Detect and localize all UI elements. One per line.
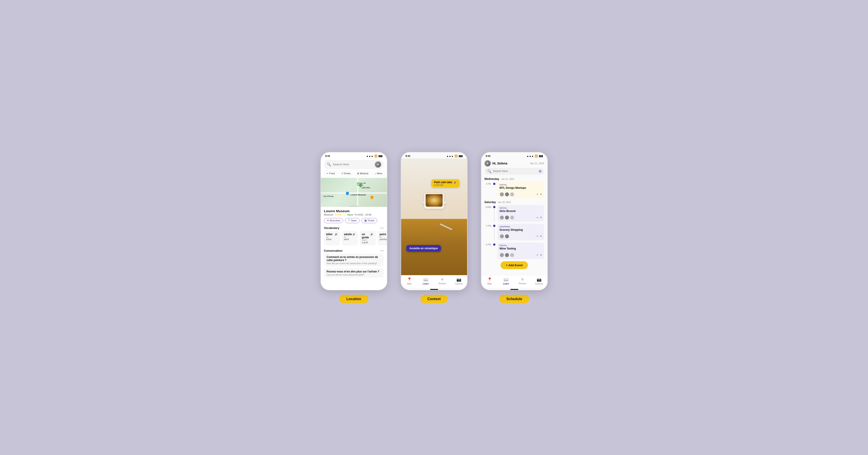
nav-learn-label-sched: Learn	[503, 283, 509, 285]
event-add-btn-grocery[interactable]: +	[536, 234, 538, 238]
place-type: Museum	[324, 213, 333, 216]
event-list-btn-wine[interactable]: ≡	[540, 253, 542, 257]
event-tag-mtl: Social	[500, 183, 542, 186]
nav-map-label: Map	[407, 283, 411, 285]
place-open: Open	[347, 213, 353, 216]
nav-review-schedule[interactable]: ≡ Review	[514, 277, 531, 285]
schedule-label[interactable]: Schedule	[499, 295, 529, 303]
event-add-btn-mtl[interactable]: +	[536, 192, 538, 196]
category-food[interactable]: ✂ Food	[324, 171, 337, 176]
direction-label: Direction	[330, 219, 341, 222]
place-actions: ✈ Direction ♡ Save ▣ Ticket	[324, 218, 384, 223]
schedule-search[interactable]: 🔍 ⊞	[485, 168, 544, 175]
event-card-brunch[interactable]: Social Girls Brunch + ≡	[497, 205, 544, 222]
event-list-btn-grocery[interactable]: ≡	[540, 234, 542, 238]
user-avatar-location: U	[375, 161, 381, 168]
event-card-wine[interactable]: Social Wine Tasting + ≡	[497, 243, 544, 259]
nav-map-label-sched: Map	[487, 283, 492, 285]
avatar-wine-1	[500, 253, 504, 257]
day-name-sat: Saturday	[485, 201, 496, 204]
vocab-word-3: peint	[380, 233, 387, 236]
bottom-nav-schedule: 📍 Map 📖 Learn ≡ Review 📷 Camera	[482, 275, 547, 288]
event-add-btn-brunch[interactable]: +	[536, 216, 538, 219]
nav-map-schedule[interactable]: 📍 Map	[482, 277, 498, 285]
conv-item-0[interactable]: Comment es-tu entrée en possession de ce…	[324, 254, 384, 266]
event-name-mtl: MTL Design Meetups	[500, 186, 542, 190]
event-actions-mtl: + ≡	[536, 192, 542, 196]
nav-camera-schedule[interactable]: 📷 Camera	[531, 277, 547, 285]
event-card-grocery[interactable]: Shopping Grocery Shopping + ≡	[497, 224, 544, 240]
time-location: 9:41	[326, 154, 330, 157]
add-event-button[interactable]: + Add Event	[500, 261, 528, 269]
vocab-more-icon[interactable]: ⋯	[380, 226, 384, 230]
vocab-speaker-1[interactable]: 🔊	[352, 233, 356, 236]
event-list-btn-brunch[interactable]: ≡	[540, 216, 542, 219]
schedule-search-input[interactable]	[493, 170, 537, 173]
direction-button[interactable]: ✈ Direction	[324, 218, 343, 223]
schedule-date-top: Jan 21, 2023	[530, 162, 544, 165]
tl-dot-mtl	[493, 183, 495, 185]
learn-nav-icon: 📖	[424, 277, 428, 282]
tooltip-assiette: Assiette en céramique	[406, 245, 441, 252]
nav-map-context[interactable]: 📍 Map	[401, 277, 417, 285]
conv-more-icon[interactable]: ⋯	[380, 249, 384, 253]
food-icon: ✂	[327, 172, 329, 175]
vocabulary-title: Vocabulary	[324, 226, 339, 230]
nav-review-context[interactable]: ≡ Review	[434, 277, 451, 285]
avatar-mtl-1	[500, 192, 504, 197]
event-list-btn-mtl[interactable]: ≡	[540, 192, 542, 196]
tl-dot-brunch	[493, 206, 495, 208]
nav-learn-context[interactable]: 📖 Learn	[417, 277, 434, 285]
drinks-icon: ▽	[341, 172, 343, 175]
place-card: Louvre Museum Museum ★★★☆☆ Open Fri 8:00…	[321, 207, 387, 225]
location-phone-wrapper: 9:41 ▲▲▲ 📶 ▮▮▮ 🔍 U ✂	[320, 152, 387, 303]
vocab-item-2[interactable]: 🔊 un guide /oʊt-t/ a guid	[360, 231, 376, 246]
location-search-bar[interactable]: 🔍 U	[324, 160, 384, 169]
event-grocery-timeline: 2 PM Shopping Grocery Shopping	[485, 224, 544, 241]
dot-col-brunch	[493, 205, 496, 222]
conversation-header: Conversation ⋯	[321, 247, 387, 254]
category-drinks[interactable]: ▽ Drinks	[339, 171, 353, 176]
vocab-speaker-0[interactable]: 🔊	[335, 233, 338, 236]
vocab-item-0[interactable]: 🔊 billet /y/ ticket	[324, 231, 340, 246]
ticket-button[interactable]: ▣ Ticket	[362, 218, 377, 223]
category-more[interactable]: ⌂ More	[372, 171, 385, 176]
event-avatars-mtl	[500, 192, 514, 197]
vocab-trans-2: a guid	[362, 241, 373, 244]
event-card-mtl[interactable]: Social MTL Design Meetups +	[497, 182, 544, 198]
user-avatar-schedule: S	[485, 160, 491, 167]
vocab-item-3[interactable]: 🔊 peint /y/ painting	[377, 231, 387, 246]
map-area[interactable]: Bourse dePinault LES HAL Louvre Museum s…	[321, 178, 387, 207]
ticket-icon: ▣	[364, 219, 367, 222]
camera-area[interactable]: Petit café latte 🔊 Small latte Assiette …	[401, 159, 467, 275]
save-button[interactable]: ♡ Save	[345, 218, 360, 223]
event-avatars-wine	[500, 253, 514, 257]
event-add-btn-wine[interactable]: +	[536, 253, 538, 257]
tooltip-purple-text: Assiette en céramique	[409, 247, 438, 250]
time-context: 9:41	[406, 154, 410, 157]
status-bar-context: 9:41 ▲▲▲ 📶 ▮▮▮	[401, 152, 467, 159]
vocab-item-1[interactable]: 🔊 adulte /y/ adult	[342, 231, 358, 246]
avatar-grocery-2	[505, 234, 509, 238]
camera-nav-icon-sched: 📷	[537, 277, 541, 282]
status-bar-location: 9:41 ▲▲▲ 📶 ▮▮▮	[321, 152, 387, 159]
nav-camera-context[interactable]: 📷 Camera	[451, 277, 467, 285]
direction-icon: ✈	[327, 219, 329, 222]
wifi-icon-context: 📶	[455, 154, 458, 158]
category-medical[interactable]: ⊞ Medical	[354, 171, 371, 176]
context-label[interactable]: Context	[420, 295, 448, 303]
location-label[interactable]: Location	[339, 295, 368, 303]
vocab-speaker-2[interactable]: 🔊	[370, 233, 373, 236]
home-indicator-schedule	[510, 289, 518, 290]
tooltip-speaker-icon[interactable]: 🔊	[454, 181, 457, 184]
nav-camera-label: Camera	[455, 283, 463, 285]
tooltip-petit-cafe: Petit café latte 🔊 Small latte	[431, 179, 460, 188]
avatar-wine-2	[505, 253, 509, 257]
avatar-wine-3	[510, 253, 514, 257]
vocab-pron-3: /y/	[380, 236, 387, 238]
location-search-input[interactable]	[333, 163, 373, 166]
nav-learn-schedule[interactable]: 📖 Learn	[498, 277, 514, 285]
conv-item-1[interactable]: Pouvez-vous m'en dire plus sur l'artiste…	[324, 268, 384, 278]
filter-icon[interactable]: ⊞	[539, 169, 541, 173]
learn-nav-icon-sched: 📖	[504, 277, 508, 282]
